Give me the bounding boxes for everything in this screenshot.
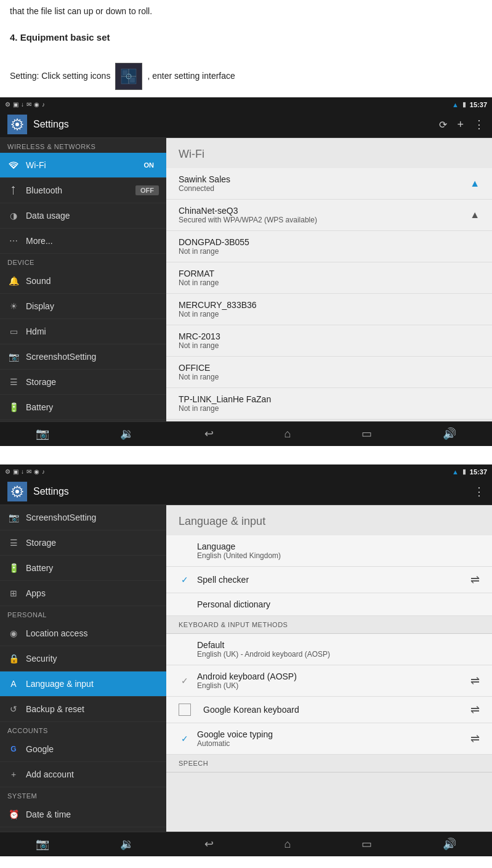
screenshot-icon: 📷	[7, 351, 20, 363]
wifi-network-sawink[interactable]: Sawink Sales Connected ▲	[166, 168, 492, 200]
sidebar-item-apps[interactable]: ⊞ Apps	[0, 420, 166, 421]
screenshot-icon-2: 📷	[7, 511, 20, 524]
vol-down-btn-2[interactable]: 🔉	[113, 835, 141, 853]
lang-item-left-language: Language English (United Kingdom)	[179, 541, 281, 560]
network-status-mrc: Not in range	[179, 341, 220, 350]
status-icons-left: ⚙ ▣ ↓ ✉ ◉ ♪	[5, 101, 45, 108]
lang-item-spell[interactable]: ✓ Spell checker ⇌	[166, 567, 492, 593]
back-btn[interactable]: ↩	[197, 424, 221, 443]
title-settings-label: Settings	[33, 119, 69, 130]
camera-btn-2[interactable]: 📷	[28, 835, 57, 853]
wifi-network-chinanet[interactable]: ChinaNet-seQ3 Secured with WPA/WPA2 (WPS…	[166, 200, 492, 231]
korean-kb-check-empty[interactable]	[179, 704, 191, 716]
lang-item-korean-kb[interactable]: Google Korean keyboard ⇌	[166, 697, 492, 723]
add-account-label: Add account	[26, 769, 74, 779]
sidebar-item-hdmi[interactable]: ▭ Hdmi	[0, 319, 166, 344]
sidebar-item-storage2[interactable]: ☰ Storage	[0, 530, 166, 556]
sidebar-item-sound[interactable]: 🔔 Sound	[0, 269, 166, 294]
spell-settings-icon[interactable]: ⇌	[470, 573, 480, 586]
network-status-mercury: Not in range	[179, 310, 257, 318]
sidebar-item-security[interactable]: 🔒 Security	[0, 646, 166, 671]
wifi-network-mrc[interactable]: MRC-2013 Not in range	[166, 325, 492, 357]
wifi-signal-chinanet: ▲	[470, 209, 480, 221]
network-status-office: Not in range	[179, 373, 219, 381]
sidebar-item-display[interactable]: ☀ Display	[0, 294, 166, 319]
sidebar-item-screenshot2[interactable]: 📷 ScreenshotSetting	[0, 505, 166, 530]
network-name-chinanet: ChinaNet-seQ3	[179, 206, 317, 216]
wifi-status-icon-2: ▲	[452, 468, 459, 476]
sidebar-item-screenshot[interactable]: 📷 ScreenshotSetting	[0, 344, 166, 370]
settings-body-2: 📷 ScreenshotSetting ☰ Storage 🔋 Battery …	[0, 505, 492, 832]
wifi-network-info-mercury: MERCURY_833B36 Not in range	[179, 300, 257, 318]
wifi-network-dongpad[interactable]: DONGPAD-3B055 Not in range	[166, 231, 492, 262]
status-bar-2: ⚙ ▣ ↓ ✉ ◉ ♪ ▲ ▮ 15:37	[0, 464, 492, 479]
lang-item-language[interactable]: Language English (United Kingdom)	[166, 535, 492, 567]
bluetooth-toggle[interactable]: OFF	[135, 185, 159, 195]
sidebar-item-location[interactable]: ◉ Location access	[0, 621, 166, 646]
sidebar-item-data-usage[interactable]: ◑ Data usage	[0, 203, 166, 229]
lang-item-voice-typing[interactable]: ✓ Google voice typing Automatic ⇌	[166, 723, 492, 755]
voice-settings-icon[interactable]: ⇌	[470, 732, 480, 745]
apps-icon-2: ⊞	[7, 587, 20, 599]
sidebar-item-apps2[interactable]: ⊞ Apps	[0, 581, 166, 606]
korean-kb-settings-icon[interactable]: ⇌	[470, 703, 480, 716]
network-status-chinanet: Secured with WPA/WPA2 (WPS available)	[179, 216, 317, 224]
sidebar-item-backup[interactable]: ↺ Backup & reset	[0, 697, 166, 722]
overflow-icon-2[interactable]: ⋮	[474, 485, 485, 498]
lang-item-info-language: Language English (United Kingdom)	[197, 541, 281, 560]
section-title: 4. Equipment basic set	[10, 31, 482, 45]
network-name-format: FORMAT	[179, 269, 219, 278]
vol-up-btn[interactable]: 🔊	[435, 424, 464, 443]
sync-icon[interactable]: ⟳	[439, 119, 447, 131]
recent-btn[interactable]: ▭	[354, 424, 379, 443]
home-btn-2[interactable]: ⌂	[277, 835, 299, 853]
sidebar-item-bluetooth[interactable]: ⭡ Bluetooth OFF	[0, 178, 166, 203]
sidebar-item-google[interactable]: G Google	[0, 737, 166, 762]
lang-item-default[interactable]: Default English (UK) - Android keyboard …	[166, 634, 492, 665]
wifi-network-office[interactable]: OFFICE Not in range	[166, 357, 492, 388]
voice-check-icon: ✓	[179, 732, 191, 745]
lang-item-info-voice: Google voice typing Automatic	[197, 729, 273, 748]
android-kb-check-icon: ✓	[179, 675, 191, 687]
home-btn[interactable]: ⌂	[277, 425, 299, 443]
recent-btn-2[interactable]: ▭	[354, 835, 379, 853]
lang-item-personal-dict[interactable]: Personal dictionary	[166, 593, 492, 616]
section-device-label: DEVICE	[0, 254, 166, 269]
lang-item-android-kb[interactable]: ✓ Android keyboard (AOSP) English (UK) ⇌	[166, 665, 492, 697]
screenshot-label-2: ScreenshotSetting	[26, 513, 96, 522]
sidebar-item-storage[interactable]: ☰ Storage	[0, 370, 166, 395]
android-kb-settings-icon[interactable]: ⇌	[470, 674, 480, 688]
wifi-network-format[interactable]: FORMAT Not in range	[166, 262, 492, 294]
sidebar-item-datetime[interactable]: ⏰ Date & time	[0, 802, 166, 827]
status-time: 15:37	[470, 101, 487, 108]
add-icon[interactable]: +	[457, 118, 464, 131]
wifi-network-info-chinanet: ChinaNet-seQ3 Secured with WPA/WPA2 (WPS…	[179, 206, 317, 224]
sidebar-item-add-account[interactable]: + Add account	[0, 762, 166, 787]
sidebar-item-more[interactable]: ⋯ More...	[0, 229, 166, 254]
location-icon: ◉	[7, 627, 20, 639]
sidebar-item-wifi[interactable]: Wi-Fi ON	[0, 153, 166, 178]
back-btn-2[interactable]: ↩	[197, 835, 221, 853]
lang-item-info-korean-kb: Google Korean keyboard	[203, 705, 299, 715]
photo-icon: ▣	[13, 101, 18, 108]
vol-down-btn[interactable]: 🔉	[113, 424, 141, 443]
wifi-network-mercury[interactable]: MERCURY_833B36 Not in range	[166, 294, 492, 325]
camera-btn[interactable]: 📷	[28, 424, 57, 443]
usb-icon: ⚙	[5, 101, 10, 108]
settings-body-1: WIRELESS & NETWORKS Wi-Fi ON ⭡ Bluetooth…	[0, 138, 492, 421]
title-bar-left: Settings	[7, 115, 69, 134]
overflow-icon[interactable]: ⋮	[474, 118, 485, 131]
network-status-sawink: Connected	[179, 184, 230, 193]
svg-point-7	[15, 123, 19, 126]
keyboard-section-label: KEYBOARD & INPUT METHODS	[166, 616, 492, 634]
wifi-toggle[interactable]: ON	[139, 160, 159, 170]
storage-icon-2: ☰	[7, 537, 20, 549]
wifi-network-tplink[interactable]: TP-LINK_LianHe FaZan Not in range	[166, 388, 492, 420]
sidebar-item-battery[interactable]: 🔋 Battery	[0, 395, 166, 420]
vol-up-btn-2[interactable]: 🔊	[435, 835, 464, 853]
sidebar-item-language[interactable]: A Language & input	[0, 671, 166, 697]
sidebar-item-battery2[interactable]: 🔋 Battery	[0, 556, 166, 581]
android-screen-1: ⚙ ▣ ↓ ✉ ◉ ♪ ▲ ▮ 15:37 Settings ⟳ +	[0, 97, 492, 446]
language-item-subtitle: English (United Kingdom)	[197, 551, 281, 560]
network-status-format: Not in range	[179, 278, 219, 287]
